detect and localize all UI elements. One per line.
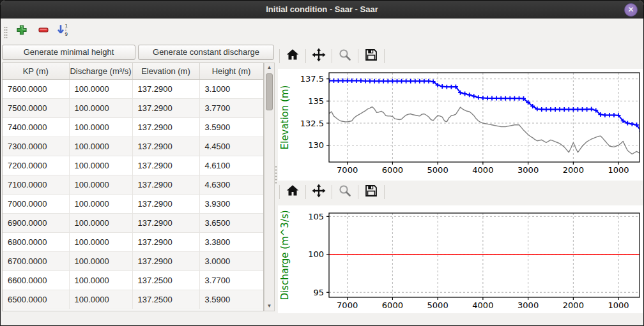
column-header[interactable]: Elevation (m) <box>132 63 199 79</box>
table-cell[interactable]: 137.2500 <box>132 270 199 290</box>
table-cell[interactable]: 7500.0000 <box>3 98 69 117</box>
table-row[interactable]: 7400.0000100.0000137.29003.5900 <box>3 117 263 137</box>
table-row[interactable]: 6800.0000100.0000137.29003.3800 <box>3 232 263 251</box>
pan-button[interactable] <box>307 183 330 201</box>
vertical-splitter-handle[interactable] <box>275 165 277 184</box>
table-cell[interactable]: 4.6300 <box>199 175 263 194</box>
elevation-figure: 7000600050004000300020001000137.5135132.… <box>278 69 643 181</box>
table-cell[interactable]: 6800.0000 <box>3 232 69 251</box>
table-cell[interactable]: 100.0000 <box>69 213 132 232</box>
table-row[interactable]: 6900.0000100.0000137.29003.6500 <box>3 213 263 232</box>
table-cell[interactable]: 7600.0000 <box>3 79 69 98</box>
svg-text:1: 1 <box>65 24 68 29</box>
table-cell[interactable]: 3.1000 <box>199 79 263 98</box>
table-cell[interactable]: 137.2900 <box>132 213 199 232</box>
table-cell[interactable]: 100.0000 <box>69 79 132 98</box>
table-row[interactable]: 7300.0000100.0000137.29004.4500 <box>3 137 263 156</box>
table-cell[interactable]: 3.0000 <box>199 251 263 270</box>
table-cell[interactable]: 137.2500 <box>132 290 199 309</box>
table-row[interactable]: 7100.0000100.0000137.29004.6300 <box>3 175 263 194</box>
table-row[interactable]: 7000.0000100.0000137.29003.9300 <box>3 194 263 213</box>
table-cell[interactable]: 137.2900 <box>132 175 199 194</box>
generate-minimal-height-button[interactable]: Generate minimal height <box>2 45 135 60</box>
table-cell[interactable]: 100.0000 <box>69 137 132 156</box>
zoom-button[interactable] <box>334 183 356 201</box>
table-row[interactable]: 6700.0000100.0000137.29003.0000 <box>3 251 263 270</box>
home-icon <box>286 184 300 200</box>
column-header[interactable]: Height (m) <box>199 63 263 79</box>
table-cell[interactable]: 3.6500 <box>199 213 263 232</box>
table-cell[interactable]: 100.0000 <box>69 270 132 290</box>
column-header[interactable]: Discharge (m³/s) <box>69 63 132 79</box>
svg-text:132.5: 132.5 <box>300 119 324 128</box>
table-cell[interactable]: 100.0000 <box>69 156 132 175</box>
svg-text:3000: 3000 <box>518 165 539 175</box>
table-cell[interactable]: 100.0000 <box>69 194 132 213</box>
table-cell[interactable]: 100.0000 <box>69 117 132 137</box>
table-cell[interactable]: 137.2900 <box>132 79 199 98</box>
table-cell[interactable]: 3.9300 <box>199 194 263 213</box>
toolbar-grip-handle[interactable] <box>4 26 8 39</box>
table-cell[interactable]: 100.0000 <box>69 175 132 194</box>
table-cell[interactable]: 3.7700 <box>199 270 263 290</box>
table-row[interactable]: 7200.0000100.0000137.29004.6100 <box>3 156 263 175</box>
table-cell[interactable]: 4.6100 <box>199 156 263 175</box>
main-toolbar: 1 9 <box>1 20 644 43</box>
svg-text:137.5: 137.5 <box>300 74 324 84</box>
table-cell[interactable]: 3.5900 <box>199 290 263 309</box>
elevation-chart[interactable]: 7000600050004000300020001000137.5135132.… <box>278 69 643 181</box>
table-cell[interactable]: 6600.0000 <box>3 270 69 290</box>
sort-rows-button[interactable]: 1 9 <box>54 23 71 40</box>
table-cell[interactable]: 6500.0000 <box>3 290 69 309</box>
table-cell[interactable]: 100.0000 <box>69 232 132 251</box>
table-cell[interactable]: 100.0000 <box>69 98 132 117</box>
scroll-down-arrow[interactable]: ▼ <box>264 302 274 311</box>
table-scrollbar[interactable]: ▲ ▼ <box>264 63 275 311</box>
table-cell[interactable]: 137.2900 <box>132 194 199 213</box>
toolbar-separator <box>358 49 358 63</box>
table-cell[interactable]: 7300.0000 <box>3 137 69 156</box>
scroll-up-arrow[interactable]: ▲ <box>264 63 274 72</box>
table-cell[interactable]: 7200.0000 <box>3 156 69 175</box>
table-cell[interactable]: 4.4500 <box>199 137 263 156</box>
table-cell[interactable]: 100.0000 <box>69 290 132 309</box>
table-body: 7600.0000100.0000137.29003.10007500.0000… <box>3 79 263 309</box>
table-cell[interactable]: 3.3800 <box>199 232 263 251</box>
home-button[interactable] <box>281 183 304 201</box>
table-cell[interactable]: 6700.0000 <box>3 251 69 270</box>
table-cell[interactable]: 3.5900 <box>199 117 263 137</box>
table-cell[interactable]: 137.2900 <box>132 137 199 156</box>
scrollbar-thumb[interactable] <box>266 73 273 110</box>
table-cell[interactable]: 137.2900 <box>132 156 199 175</box>
table-cell[interactable]: 137.2900 <box>132 98 199 117</box>
titlebar[interactable]: Initial condition - Saar - Saar ✕ <box>1 1 643 19</box>
close-button[interactable]: ✕ <box>624 3 638 17</box>
home-button[interactable] <box>281 47 304 65</box>
table-cell[interactable]: 6900.0000 <box>3 213 69 232</box>
toolbar-separator <box>305 49 306 63</box>
save-button[interactable] <box>360 47 383 65</box>
table-cell[interactable]: 7000.0000 <box>3 194 69 213</box>
add-row-button[interactable] <box>13 23 30 40</box>
table-row[interactable]: 7600.0000100.0000137.29003.1000 <box>3 79 263 98</box>
toolbar-separator <box>279 49 280 63</box>
discharge-chart-toolbar <box>278 182 643 202</box>
table-cell[interactable]: 137.2900 <box>132 117 199 137</box>
table-cell[interactable]: 137.2900 <box>132 232 199 251</box>
column-header[interactable]: KP (m) <box>3 63 69 79</box>
table-row[interactable]: 6500.0000100.0000137.25003.5900 <box>3 290 263 309</box>
table-cell[interactable]: 7400.0000 <box>3 117 69 137</box>
table-row[interactable]: 7500.0000100.0000137.29003.7700 <box>3 98 263 117</box>
generate-constant-discharge-button[interactable]: Generate constant discharge <box>138 45 274 60</box>
table-cell[interactable]: 100.0000 <box>69 251 132 270</box>
remove-row-button[interactable] <box>35 23 52 40</box>
table-cell[interactable]: 3.7700 <box>199 98 263 117</box>
save-button[interactable] <box>360 183 383 201</box>
discharge-chart[interactable]: 700060005000400030002000100010510095Disc… <box>278 205 643 313</box>
zoom-button[interactable] <box>334 47 356 65</box>
table-cell[interactable]: 137.2900 <box>132 251 199 270</box>
svg-text:135: 135 <box>308 96 324 106</box>
table-cell[interactable]: 7100.0000 <box>3 175 69 194</box>
table-row[interactable]: 6600.0000100.0000137.25003.7700 <box>3 270 263 290</box>
pan-button[interactable] <box>307 47 330 65</box>
